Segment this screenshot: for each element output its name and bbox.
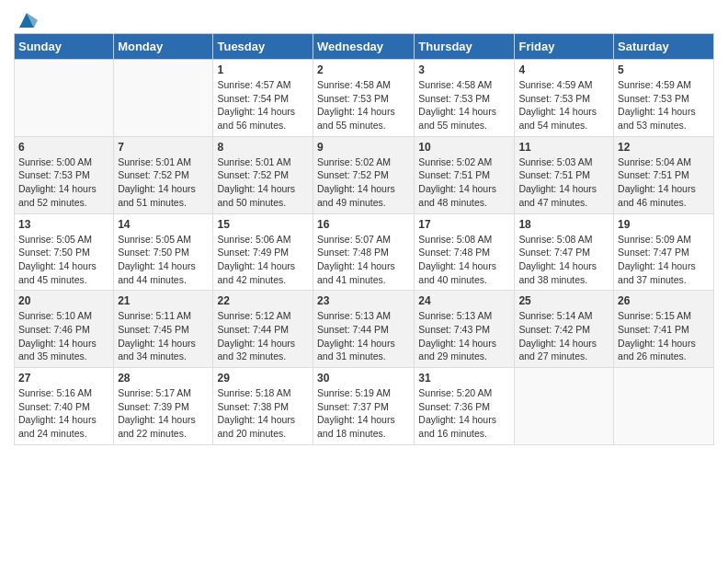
weekday-header: Tuesday	[213, 34, 313, 60]
calendar-week-row: 13Sunrise: 5:05 AMSunset: 7:50 PMDayligh…	[15, 213, 714, 291]
day-info: Sunrise: 5:02 AMSunset: 7:52 PMDaylight:…	[317, 155, 410, 210]
day-number: 25	[518, 294, 609, 307]
day-info-line: Sunrise: 5:09 AM	[618, 233, 710, 247]
day-number: 9	[317, 141, 410, 154]
day-info-line: Sunrise: 5:04 AM	[618, 155, 710, 169]
calendar-day-cell: 29Sunrise: 5:18 AMSunset: 7:38 PMDayligh…	[213, 368, 313, 445]
day-info: Sunrise: 5:07 AMSunset: 7:48 PMDaylight:…	[317, 233, 410, 287]
calendar-day-cell: 3Sunrise: 4:58 AMSunset: 7:53 PMDaylight…	[415, 60, 515, 137]
day-info-line: Sunset: 7:47 PM	[518, 246, 609, 259]
day-info-line: Sunset: 7:41 PM	[618, 323, 710, 337]
day-info: Sunrise: 5:04 AMSunset: 7:51 PMDaylight:…	[618, 155, 710, 210]
day-info-line: Sunrise: 4:59 AM	[618, 78, 710, 92]
day-number: 29	[217, 372, 309, 385]
day-info-line: Sunset: 7:47 PM	[618, 246, 710, 259]
day-info: Sunrise: 5:18 AMSunset: 7:38 PMDaylight:…	[217, 386, 309, 441]
day-info-line: Daylight: 14 hours and 26 minutes.	[618, 337, 710, 363]
calendar-week-row: 1Sunrise: 4:57 AMSunset: 7:54 PMDaylight…	[15, 60, 714, 137]
calendar-day-cell: 1Sunrise: 4:57 AMSunset: 7:54 PMDaylight…	[213, 60, 313, 137]
day-info-line: Sunset: 7:43 PM	[418, 323, 510, 337]
calendar-day-cell: 13Sunrise: 5:05 AMSunset: 7:50 PMDayligh…	[15, 213, 114, 291]
day-number: 8	[217, 141, 309, 154]
day-info-line: Sunrise: 5:05 AM	[118, 233, 209, 247]
calendar-day-cell: 7Sunrise: 5:01 AMSunset: 7:52 PMDaylight…	[114, 136, 213, 213]
day-info-line: Daylight: 14 hours and 22 minutes.	[118, 413, 209, 440]
day-info-line: Sunrise: 5:03 AM	[518, 155, 609, 169]
day-info-line: Daylight: 14 hours and 29 minutes.	[418, 337, 510, 363]
day-info-line: Sunrise: 5:08 AM	[418, 233, 510, 247]
calendar-day-cell: 27Sunrise: 5:16 AMSunset: 7:40 PMDayligh…	[15, 368, 114, 445]
day-info-line: Daylight: 14 hours and 38 minutes.	[518, 259, 609, 286]
day-info-line: Sunrise: 5:18 AM	[217, 386, 309, 400]
day-info-line: Daylight: 14 hours and 55 minutes.	[418, 105, 510, 132]
day-info-line: Sunrise: 5:13 AM	[418, 309, 510, 323]
calendar-table: SundayMondayTuesdayWednesdayThursdayFrid…	[14, 33, 714, 445]
weekday-header: Saturday	[614, 34, 714, 60]
calendar-day-cell: 9Sunrise: 5:02 AMSunset: 7:52 PMDaylight…	[313, 136, 415, 213]
day-info-line: Sunrise: 5:01 AM	[118, 155, 209, 169]
weekday-header: Thursday	[415, 34, 515, 60]
day-number: 1	[217, 63, 309, 76]
day-info-line: Sunrise: 4:58 AM	[418, 78, 510, 92]
day-info: Sunrise: 5:03 AMSunset: 7:51 PMDaylight:…	[518, 155, 609, 210]
day-number: 5	[618, 63, 710, 76]
day-info: Sunrise: 5:09 AMSunset: 7:47 PMDaylight:…	[618, 233, 710, 287]
day-info: Sunrise: 5:02 AMSunset: 7:51 PMDaylight:…	[418, 155, 510, 210]
day-info-line: Daylight: 14 hours and 34 minutes.	[118, 337, 209, 363]
day-info: Sunrise: 5:16 AMSunset: 7:40 PMDaylight:…	[18, 386, 109, 441]
day-number: 30	[317, 372, 410, 385]
day-info-line: Daylight: 14 hours and 16 minutes.	[418, 413, 510, 440]
day-info-line: Sunset: 7:51 PM	[618, 168, 710, 182]
day-info-line: Sunset: 7:40 PM	[18, 400, 109, 414]
day-info: Sunrise: 5:00 AMSunset: 7:53 PMDaylight:…	[18, 155, 109, 210]
day-info: Sunrise: 5:15 AMSunset: 7:41 PMDaylight:…	[618, 309, 710, 363]
day-info-line: Daylight: 14 hours and 45 minutes.	[18, 259, 109, 286]
day-info: Sunrise: 5:05 AMSunset: 7:50 PMDaylight:…	[18, 233, 109, 287]
day-info-line: Daylight: 14 hours and 41 minutes.	[317, 259, 410, 286]
day-info-line: Sunrise: 5:15 AM	[618, 309, 710, 323]
day-info: Sunrise: 5:20 AMSunset: 7:36 PMDaylight:…	[418, 386, 510, 441]
calendar-day-cell: 14Sunrise: 5:05 AMSunset: 7:50 PMDayligh…	[114, 213, 213, 291]
calendar-day-cell: 19Sunrise: 5:09 AMSunset: 7:47 PMDayligh…	[614, 213, 714, 291]
day-info-line: Sunset: 7:48 PM	[418, 246, 510, 259]
day-info-line: Sunset: 7:53 PM	[518, 92, 609, 106]
day-number: 6	[18, 141, 109, 154]
day-info-line: Daylight: 14 hours and 47 minutes.	[518, 182, 609, 209]
day-info-line: Daylight: 14 hours and 27 minutes.	[518, 337, 609, 363]
day-info-line: Daylight: 14 hours and 24 minutes.	[18, 413, 109, 440]
day-info-line: Sunrise: 5:20 AM	[418, 386, 510, 400]
calendar-day-cell: 28Sunrise: 5:17 AMSunset: 7:39 PMDayligh…	[114, 368, 213, 445]
day-info-line: Sunrise: 5:02 AM	[317, 155, 410, 169]
day-info-line: Sunrise: 5:16 AM	[18, 386, 109, 400]
day-number: 16	[317, 218, 410, 231]
calendar-day-cell: 5Sunrise: 4:59 AMSunset: 7:53 PMDaylight…	[614, 60, 714, 137]
day-number: 20	[18, 294, 109, 307]
day-info-line: Sunrise: 4:58 AM	[317, 78, 410, 92]
day-info-line: Sunset: 7:44 PM	[217, 323, 309, 337]
day-info: Sunrise: 5:08 AMSunset: 7:47 PMDaylight:…	[518, 233, 609, 287]
day-info: Sunrise: 5:08 AMSunset: 7:48 PMDaylight:…	[418, 233, 510, 287]
day-number: 15	[217, 218, 309, 231]
day-info-line: Daylight: 14 hours and 20 minutes.	[217, 413, 309, 440]
calendar-day-cell	[114, 60, 213, 137]
day-number: 18	[518, 218, 609, 231]
calendar-day-cell: 11Sunrise: 5:03 AMSunset: 7:51 PMDayligh…	[515, 136, 614, 213]
day-info-line: Sunset: 7:48 PM	[317, 246, 410, 259]
day-number: 3	[418, 63, 510, 76]
day-info: Sunrise: 5:11 AMSunset: 7:45 PMDaylight:…	[118, 309, 209, 363]
day-info-line: Daylight: 14 hours and 31 minutes.	[317, 337, 410, 363]
day-info-line: Sunset: 7:42 PM	[518, 323, 609, 337]
day-info: Sunrise: 5:12 AMSunset: 7:44 PMDaylight:…	[217, 309, 309, 363]
day-info-line: Sunrise: 5:19 AM	[317, 386, 410, 400]
calendar-day-cell: 8Sunrise: 5:01 AMSunset: 7:52 PMDaylight…	[213, 136, 313, 213]
main-container: SundayMondayTuesdayWednesdayThursdayFrid…	[0, 0, 728, 454]
day-info-line: Daylight: 14 hours and 48 minutes.	[418, 182, 510, 209]
day-info: Sunrise: 4:58 AMSunset: 7:53 PMDaylight:…	[418, 78, 510, 132]
calendar-day-cell: 6Sunrise: 5:00 AMSunset: 7:53 PMDaylight…	[15, 136, 114, 213]
day-info-line: Daylight: 14 hours and 35 minutes.	[18, 337, 109, 363]
calendar-week-row: 6Sunrise: 5:00 AMSunset: 7:53 PMDaylight…	[15, 136, 714, 213]
day-number: 23	[317, 294, 410, 307]
weekday-header: Wednesday	[313, 34, 415, 60]
day-info: Sunrise: 5:06 AMSunset: 7:49 PMDaylight:…	[217, 233, 309, 287]
calendar-week-row: 27Sunrise: 5:16 AMSunset: 7:40 PMDayligh…	[15, 368, 714, 445]
